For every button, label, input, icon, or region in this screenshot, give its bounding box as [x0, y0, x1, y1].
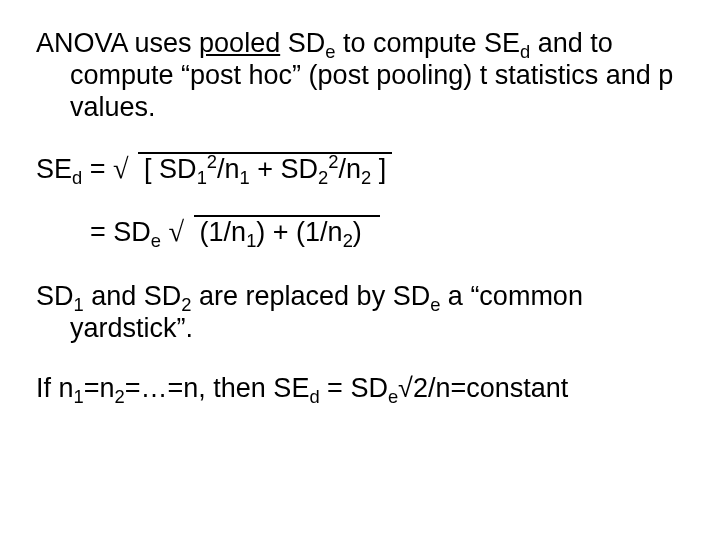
text [161, 217, 169, 247]
text: (1/n [200, 217, 247, 247]
sub: e [151, 231, 161, 252]
sub: e [388, 386, 398, 407]
sub: 2 [361, 167, 371, 188]
text: to compute SE [335, 28, 520, 58]
text: [ SD [144, 154, 197, 184]
text: SE [36, 154, 72, 184]
text: /n [339, 154, 362, 184]
sub: e [430, 295, 440, 316]
sub: 2 [343, 231, 353, 252]
sub: 1 [197, 167, 207, 188]
radicand-overline: [ SD12/n1 + SD22/n2 ] [138, 152, 392, 186]
equation-2: = SDe √ (1/n1) + (1/n2) [36, 215, 684, 249]
text: ANOVA uses [36, 28, 199, 58]
text: =…=n, then SE [125, 373, 310, 403]
sub: 1 [240, 167, 250, 188]
text: =n [84, 373, 115, 403]
closing-paragraph-2: If n1=n2=…=n, then SEd = SDe√2/n=constan… [36, 373, 684, 405]
text: SD [36, 281, 74, 311]
text: and SD [84, 281, 182, 311]
text: √2/n=constant [398, 373, 568, 403]
sub: d [309, 386, 319, 407]
text: = SD [90, 217, 151, 247]
equation-row: = SDe √ (1/n1) + (1/n2) [90, 215, 684, 249]
intro-paragraph: ANOVA uses pooled SDe to compute SEd and… [36, 28, 684, 124]
closing-paragraph-1: SD1 and SD2 are replaced by SDe a “commo… [36, 281, 684, 345]
radical-icon: √ [113, 153, 129, 184]
text: ] [371, 154, 386, 184]
sub: d [72, 167, 82, 188]
text: + SD [250, 154, 318, 184]
slide: ANOVA uses pooled SDe to compute SEd and… [0, 0, 720, 540]
text: ) + (1/n [256, 217, 342, 247]
equation-row: SEd = √ [ SD12/n1 + SD22/n2 ] [36, 152, 684, 186]
sup: 2 [328, 151, 338, 172]
text: If n [36, 373, 74, 403]
equation-1: SEd = √ [ SD12/n1 + SD22/n2 ] [36, 152, 684, 186]
text: are replaced by SD [192, 281, 431, 311]
text: ) [353, 217, 362, 247]
sub: 2 [318, 167, 328, 188]
sup: 2 [207, 151, 217, 172]
text: SD [280, 28, 325, 58]
text: = [82, 154, 113, 184]
sub: 2 [115, 386, 125, 407]
radicand-overline: (1/n1) + (1/n2) [194, 215, 380, 249]
sub: 1 [74, 386, 84, 407]
radical-icon: √ [169, 216, 185, 247]
text: = SD [320, 373, 388, 403]
sub: 1 [246, 231, 256, 252]
text: /n [217, 154, 240, 184]
text-underlined: pooled [199, 28, 280, 58]
